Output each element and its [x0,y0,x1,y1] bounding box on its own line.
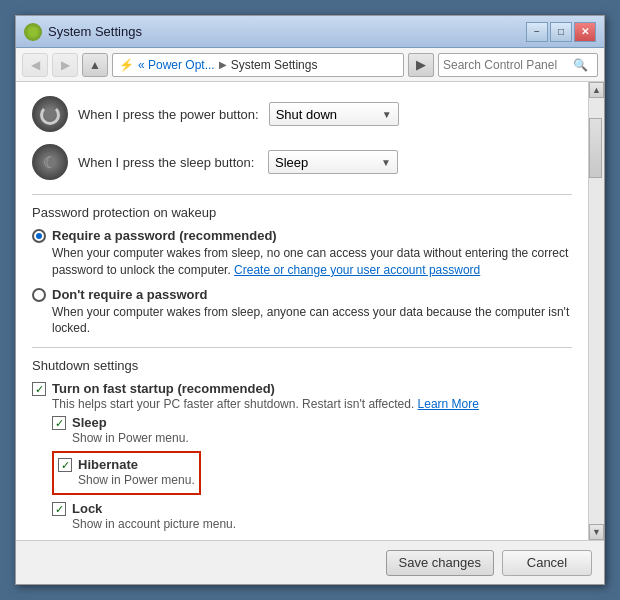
power-label: When I press the power button: [78,107,259,122]
scroll-track[interactable] [589,98,604,524]
hibernate-checkbox[interactable]: ✓ [58,458,72,472]
path-part2: System Settings [231,58,318,72]
power-dropdown-value: Shut down [276,107,337,122]
no-password-option: Don't require a password When your compu… [32,287,572,338]
go-button[interactable]: ▶ [408,53,434,77]
lock-check-text: Lock Show in account picture menu. [72,501,572,531]
window-title: System Settings [48,24,142,39]
restore-button[interactable]: □ [550,22,572,42]
close-button[interactable]: ✕ [574,22,596,42]
password-section-title: Password protection on wakeup [32,205,572,220]
scroll-thumb[interactable] [589,118,602,178]
password-section: Password protection on wakeup Require a … [32,205,572,337]
require-password-option: Require a password (recommended) When yo… [32,228,572,279]
lock-row: ✓ Lock Show in account picture menu. [52,501,572,531]
up-button[interactable]: ▲ [82,53,108,77]
path-part1[interactable]: « Power Opt... [138,58,215,72]
no-password-label: Don't require a password [52,287,572,302]
scrollbar: ▲ ▼ [588,82,604,540]
shutdown-section: Shutdown settings ✓ Turn on fast startup… [32,358,572,531]
hibernate-check-text: Hibernate Show in Power menu. [78,457,195,487]
fast-startup-row: ✓ Turn on fast startup (recommended) Thi… [32,381,572,411]
search-box[interactable]: 🔍 [438,53,598,77]
scroll-up-button[interactable]: ▲ [589,82,604,98]
title-bar: System Settings − □ ✕ [16,16,604,48]
hibernate-row: ✓ Hibernate Show in Power menu. [58,457,195,487]
window-icon [24,23,42,41]
address-path[interactable]: ⚡ « Power Opt... ▶ System Settings [112,53,404,77]
sleep-dropdown[interactable]: Sleep ▼ [268,150,398,174]
fast-startup-label: Turn on fast startup (recommended) [52,381,572,396]
hibernate-highlight-box: ✓ Hibernate Show in Power menu. [52,451,201,495]
scroll-down-button[interactable]: ▼ [589,524,604,540]
forward-button[interactable]: ▶ [52,53,78,77]
search-input[interactable] [443,58,573,72]
sleep-label: When I press the sleep button: [78,155,258,170]
address-bar: ◀ ▶ ▲ ⚡ « Power Opt... ▶ System Settings… [16,48,604,82]
minimize-button[interactable]: − [526,22,548,42]
power-button-row: When I press the power button: Shut down… [32,96,572,132]
sleep-check-desc: Show in Power menu. [72,431,572,445]
shutdown-section-title: Shutdown settings [32,358,572,373]
hibernate-container: ✓ Hibernate Show in Power menu. [52,449,572,497]
require-password-text: Require a password (recommended) When yo… [52,228,572,279]
sleep-dropdown-value: Sleep [275,155,308,170]
sleep-row: ✓ Sleep Show in Power menu. [52,415,572,445]
no-password-text: Don't require a password When your compu… [52,287,572,338]
sleep-check-label: Sleep [72,415,572,430]
save-changes-button[interactable]: Save changes [386,550,494,576]
lock-desc: Show in account picture menu. [72,517,572,531]
path-icon: ⚡ [119,58,134,72]
sleep-checkbox[interactable]: ✓ [52,416,66,430]
no-password-radio[interactable] [32,288,46,302]
divider-1 [32,194,572,195]
change-password-link[interactable]: Create or change your user account passw… [234,263,480,277]
require-password-radio[interactable] [32,229,46,243]
content-area: When I press the power button: Shut down… [16,82,604,540]
search-icon: 🔍 [573,58,588,72]
main-content: When I press the power button: Shut down… [16,82,588,540]
sleep-icon: ☾ [32,144,68,180]
back-button[interactable]: ◀ [22,53,48,77]
lock-label: Lock [72,501,572,516]
title-bar-controls: − □ ✕ [526,22,596,42]
sleep-dropdown-arrow: ▼ [381,157,391,168]
power-icon [32,96,68,132]
no-password-desc: When your computer wakes from sleep, any… [52,304,572,338]
require-password-desc: When your computer wakes from sleep, no … [52,245,572,279]
sleep-button-row: ☾ When I press the sleep button: Sleep ▼ [32,144,572,180]
lock-checkbox[interactable]: ✓ [52,502,66,516]
footer: Save changes Cancel [16,540,604,584]
divider-2 [32,347,572,348]
sleep-check-text: Sleep Show in Power menu. [72,415,572,445]
power-dropdown[interactable]: Shut down ▼ [269,102,399,126]
power-dropdown-arrow: ▼ [382,109,392,120]
hibernate-label: Hibernate [78,457,195,472]
cancel-button[interactable]: Cancel [502,550,592,576]
fast-startup-desc: This helps start your PC faster after sh… [52,397,572,411]
require-password-label: Require a password (recommended) [52,228,572,243]
path-arrow1: ▶ [219,59,227,70]
hibernate-desc: Show in Power menu. [78,473,195,487]
fast-startup-text: Turn on fast startup (recommended) This … [52,381,572,411]
learn-more-link[interactable]: Learn More [418,397,479,411]
fast-startup-checkbox[interactable]: ✓ [32,382,46,396]
title-bar-left: System Settings [24,23,142,41]
system-settings-window: System Settings − □ ✕ ◀ ▶ ▲ ⚡ « Power Op… [15,15,605,585]
